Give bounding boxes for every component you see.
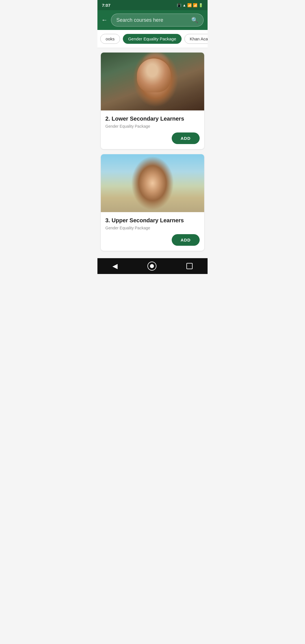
course-info-2: 3. Upper Secondary Learners Gender Equal… bbox=[101, 212, 204, 251]
search-bar: ← Search courses here 🔍 bbox=[97, 10, 208, 30]
nav-back-button[interactable]: ◀ bbox=[112, 262, 117, 270]
course-image-1 bbox=[101, 53, 204, 110]
chip-books[interactable]: ooks bbox=[100, 34, 120, 44]
nav-home-button[interactable] bbox=[147, 262, 156, 271]
status-bar: 7:07 📳 ▲ 📶 📶 🔋 bbox=[97, 0, 208, 10]
course-title-2: 3. Upper Secondary Learners bbox=[105, 217, 200, 224]
back-button[interactable]: ← bbox=[101, 16, 108, 24]
search-input-container[interactable]: Search courses here 🔍 bbox=[111, 14, 204, 27]
status-time: 7:07 bbox=[102, 3, 110, 8]
signal-icon: 📶 bbox=[187, 3, 192, 7]
course-category-2: Gender Equality Package bbox=[105, 226, 200, 230]
chip-gender-equality[interactable]: Gender Equality Package bbox=[123, 34, 182, 44]
signal2-icon: 📶 bbox=[193, 3, 197, 7]
nav-recent-button[interactable] bbox=[186, 263, 193, 269]
chip-khan[interactable]: Khan Acad bbox=[184, 34, 208, 44]
course-card-1: 2. Lower Secondary Learners Gender Equal… bbox=[101, 53, 204, 149]
course-image-2 bbox=[101, 154, 204, 212]
add-button-2[interactable]: ADD bbox=[172, 234, 200, 246]
home-circle-icon bbox=[150, 264, 154, 268]
search-input[interactable]: Search courses here bbox=[116, 17, 188, 23]
battery-icon: 🔋 bbox=[199, 3, 203, 7]
card-footer-1: ADD bbox=[105, 132, 200, 144]
search-icon[interactable]: 🔍 bbox=[191, 17, 198, 23]
course-title-1: 2. Lower Secondary Learners bbox=[105, 115, 200, 122]
bottom-nav: ◀ bbox=[97, 258, 208, 274]
filter-chips: ooks Gender Equality Package Khan Acad bbox=[97, 30, 208, 48]
course-info-1: 2. Lower Secondary Learners Gender Equal… bbox=[101, 110, 204, 149]
status-icons: 📳 ▲ 📶 📶 🔋 bbox=[177, 3, 203, 7]
course-category-1: Gender Equality Package bbox=[105, 124, 200, 129]
wifi-icon: ▲ bbox=[182, 3, 186, 7]
course-card-2: 3. Upper Secondary Learners Gender Equal… bbox=[101, 154, 204, 251]
add-button-1[interactable]: ADD bbox=[172, 132, 200, 144]
vibrate-icon: 📳 bbox=[177, 3, 181, 7]
courses-list: 2. Lower Secondary Learners Gender Equal… bbox=[97, 48, 208, 255]
card-footer-2: ADD bbox=[105, 234, 200, 246]
